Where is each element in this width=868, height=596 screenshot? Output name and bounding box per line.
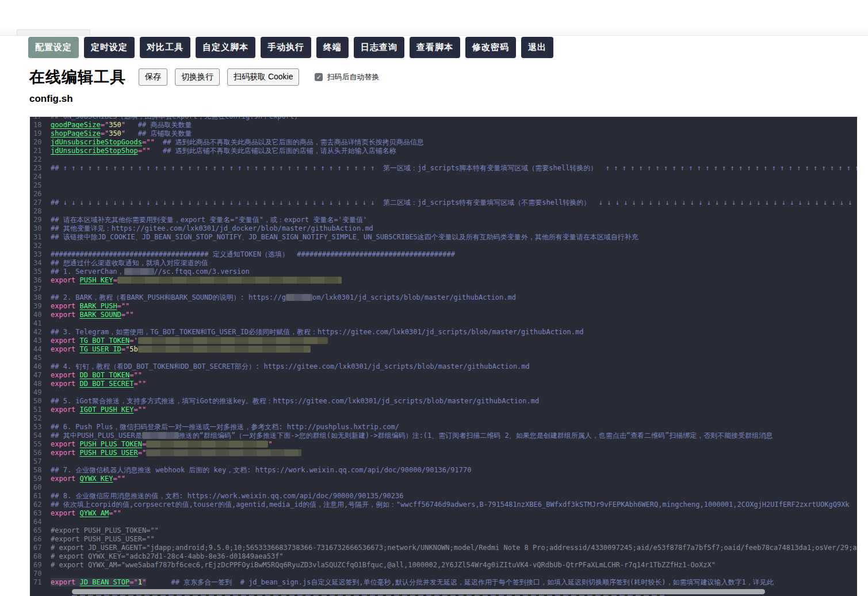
line-number: 61 (33, 492, 46, 501)
line-number: 31 (33, 233, 46, 242)
code-token: export (51, 509, 80, 517)
code-token: jdUnsubscribeStopShop (51, 147, 138, 155)
code-token: ↑ ↑ ↑ ↑ ↑ ↑ ↑ ↑ ↑ ↑ ↑ ↑ ↑ ↑ ↑ ↑ ↑ ↑ ↑ ↑ … (606, 164, 857, 172)
nav-button-定时设定[interactable]: 定时设定 (84, 37, 135, 58)
code-token: ###################################### (297, 250, 455, 258)
code-line: 19shopPageSize="350" ## 店铺取关数量 (30, 129, 857, 138)
code-token: 定义通知TOKEN（选填） (209, 250, 297, 258)
line-number: 47 (33, 371, 46, 380)
redacted-value (142, 432, 179, 439)
code-token: export (51, 371, 80, 379)
code-token: QYWX_KEY (80, 475, 113, 483)
code-line: 47export DD_BOT_TOKEN="" (30, 371, 857, 380)
code-line: 58## 7. 企业微信机器人消息推送 webhook 后面的 key，文档: … (30, 466, 857, 475)
line-number: 63 (33, 509, 46, 518)
line-number: 29 (33, 216, 46, 224)
code-line: 21jdUnsubscribeStopShop="" ## 遇到此店铺不再取关此… (30, 147, 857, 155)
code-token: =" (129, 578, 137, 586)
toolbar-button-扫码获取 Cookie[interactable]: 扫码获取 Cookie (227, 68, 299, 86)
code-token: export (51, 345, 80, 353)
code-token (125, 121, 138, 129)
code-token: ="" (113, 475, 125, 483)
code-token: =" (121, 345, 129, 353)
code-line: 45 (30, 354, 857, 362)
line-number: 69 (33, 561, 46, 570)
code-editor[interactable]: 17## UN_SUBSCRIBES（选填，由脚本会export，无需在conf… (30, 117, 857, 596)
code-line: 18goodPageSize="350" ## 商品取关数量 (30, 121, 857, 129)
redacted-value (138, 346, 311, 353)
code-token: = (142, 440, 146, 448)
main-nav: 配置设定定时设定对比工具自定义脚本手动执行终端日志查询查看脚本修改密码退出 (28, 37, 553, 58)
code-token: export (51, 440, 80, 448)
code-token: PUSH_KEY (80, 276, 113, 284)
line-number: 20 (33, 138, 46, 147)
line-number: 68 (33, 552, 46, 561)
code-line: 17## UN_SUBSCRIBES（选填，由脚本会export，无需在conf… (30, 117, 857, 121)
code-line: 50## 5. iGot聚合推送，支持多方式推送，填写iGot的推送key。教程… (30, 397, 857, 406)
code-token: 350 (109, 121, 121, 129)
code-token: ## (51, 198, 63, 207)
line-number: 25 (33, 181, 46, 190)
code-token (155, 138, 163, 146)
line-number: 22 (33, 155, 46, 164)
code-token: ↓ ↓ ↓ ↓ ↓ ↓ ↓ ↓ ↓ ↓ ↓ ↓ ↓ ↓ ↓ ↓ ↓ ↓ ↓ ↓ … (63, 198, 379, 207)
auto-replace-option: ✓ 扫码后自动替换 (315, 72, 379, 82)
nav-button-自定义脚本[interactable]: 自定义脚本 (196, 37, 255, 58)
code-token: ## 遇到此店铺不再取关此店铺以及它后面的店铺，请从头开始输入店铺名称 (163, 147, 396, 155)
code-line: 32 (30, 242, 857, 250)
code-line: 61## 8. 企业微信应用消息推送的值，文档: https://work.we… (30, 492, 857, 501)
code-token: 第一区域：jd_scripts脚本特有变量填写区域（需要shell转换的） (379, 164, 606, 172)
file-name-label: config.sh (29, 93, 73, 105)
code-token: ## 3. Telegram，如需使用，TG_BOT_TOKEN和TG_USER… (51, 328, 583, 336)
code-token: ## 想通过什么渠道收取通知，就填入对应渠道的值 (51, 259, 208, 267)
code-line: 70 (30, 570, 857, 578)
code-line: 67# export JD_USER_AGENT="jdapp;android;… (30, 544, 857, 552)
code-token: ## 店铺取关数量 (138, 129, 192, 137)
code-token: ## 其他变量详见：https://gitee.com/lxk0301/jd_d… (51, 224, 373, 232)
code-line: 42## 3. Telegram，如需使用，TG_BOT_TOKEN和TG_US… (30, 328, 857, 337)
line-number: 30 (33, 224, 46, 233)
code-token: =' (129, 337, 137, 345)
toolbar-button-保存[interactable]: 保存 (139, 68, 167, 86)
code-line: 56export PUSH_PLUS_USER=" (30, 449, 857, 457)
toolbar-button-切换换行[interactable]: 切换换行 (175, 68, 220, 86)
nav-button-查看脚本[interactable]: 查看脚本 (410, 37, 460, 58)
line-number: 42 (33, 328, 46, 337)
code-line: 62## 依次填上corpid的值,corpsecret的值,touser的值,… (30, 501, 857, 509)
line-number: 38 (33, 293, 46, 302)
nav-button-日志查询[interactable]: 日志查询 (354, 37, 404, 58)
code-token: export (51, 337, 80, 345)
auto-replace-checkbox[interactable]: ✓ (315, 73, 323, 81)
code-token: " (268, 440, 272, 448)
nav-button-手动执行[interactable]: 手动执行 (261, 37, 311, 58)
nav-button-修改密码[interactable]: 修改密码 (465, 37, 516, 58)
code-line: 65#export PUSH_PLUS_TOKEN="" (30, 526, 857, 535)
nav-button-配置设定[interactable]: 配置设定 (28, 37, 79, 58)
code-token: ## 请在本区域补充其他你需要用到变量，export 变量名="变量值"，或：e… (51, 216, 367, 224)
code-token: BARK_PUSH (80, 302, 117, 310)
code-token: " (121, 129, 125, 137)
page-title: 在线编辑工具 (29, 67, 126, 87)
code-token: om/lxk0301/jd_scripts/blob/master/github… (312, 293, 516, 301)
code-token: ## 7. 企业微信机器人消息推送 webhook 后面的 key，文档: ht… (51, 466, 471, 474)
line-number: 37 (33, 285, 46, 293)
code-token: JD_BEAN_STOP (80, 578, 130, 586)
line-number: 28 (33, 207, 46, 216)
horizontal-scrollbar-thumb[interactable] (72, 589, 765, 594)
line-number: 55 (33, 440, 46, 449)
code-token: ## 2. BARK，教程（看BARK_PUSH和BARK_SOUND的说明）:… (51, 293, 286, 301)
line-number: 32 (33, 242, 46, 250)
line-number: 26 (33, 190, 46, 198)
line-number: 43 (33, 337, 46, 345)
nav-button-对比工具[interactable]: 对比工具 (140, 37, 190, 58)
code-line: 54## 其中PUSH_PLUS_USER是推送的“群组编码”（一对多推送下面-… (30, 431, 857, 440)
code-line: 59export QYWX_KEY="" (30, 475, 857, 483)
code-token: = (113, 276, 117, 284)
code-line: 38## 2. BARK，教程（看BARK_PUSH和BARK_SOUND的说明… (30, 293, 857, 302)
code-line: 71export JD_BEAN_STOP="1" ## 京东多合一签到 # j… (30, 578, 857, 587)
code-line: 39export BARK_PUSH="" (30, 302, 857, 311)
code-line: 40export BARK_SOUND="" (30, 311, 857, 319)
nav-button-退出[interactable]: 退出 (521, 37, 553, 58)
code-token: QYWX_AM (80, 509, 109, 517)
nav-button-终端[interactable]: 终端 (316, 37, 349, 58)
